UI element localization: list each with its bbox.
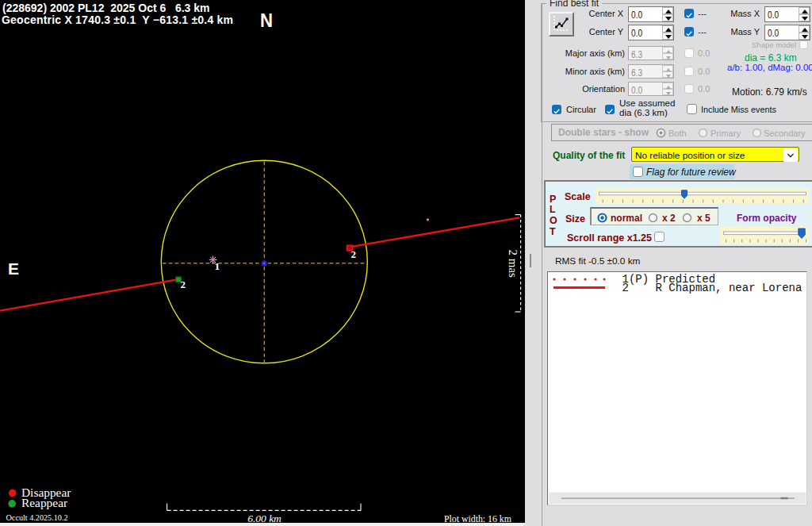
svg-text:(228692) 2002 PL12 2025 Oct 6: (228692) 2002 PL12 2025 Oct 6 6.3 km [2, 2, 210, 14]
svg-text:2 mas: 2 mas [507, 250, 519, 278]
svg-text:E: E [8, 260, 19, 278]
svg-text:Plot width: 16 km: Plot width: 16 km [444, 513, 511, 524]
svg-text:1: 1 [215, 260, 220, 272]
svg-text:Reappear: Reappear [21, 496, 67, 509]
svg-text:2: 2 [181, 278, 186, 290]
svg-text:2: 2 [351, 248, 357, 260]
svg-text:N: N [260, 10, 273, 31]
svg-text:2 R Chapman, near Lorena: 2 R Chapman, near Lorena [622, 282, 802, 294]
svg-text:6.00 km: 6.00 km [247, 513, 282, 523]
svg-text:Occult 4.2025.10.2: Occult 4.2025.10.2 [6, 513, 68, 522]
svg-text:Geocentric X 1740.3 ±0.1 Y −6: Geocentric X 1740.3 ±0.1 Y −613.1 ±0.4 k… [2, 13, 233, 26]
